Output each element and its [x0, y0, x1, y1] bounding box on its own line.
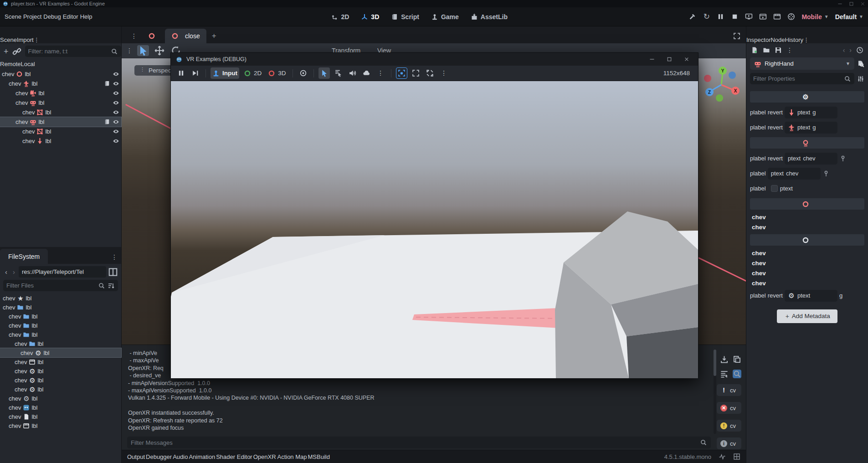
checkbox[interactable] — [771, 185, 778, 192]
tree-expander[interactable]: chev — [22, 138, 35, 144]
tree-expander[interactable]: chev — [3, 295, 15, 302]
window-menu-button[interactable]: ⋮ — [438, 67, 450, 79]
file-tree-row-export-presets-cfg[interactable]: chev⚙lbl — [0, 394, 121, 403]
file-tree-row-player-tscn[interactable]: chevlbl — [0, 357, 121, 366]
Editor[interactable]: Editor — [63, 13, 78, 20]
instance-scene-button[interactable] — [12, 46, 22, 57]
counter-warning[interactable]: !cv — [717, 420, 741, 432]
keep-aspect-button[interactable] — [410, 67, 421, 79]
file-tree-row-android[interactable]: chevlbl — [0, 321, 121, 330]
next-frame-button[interactable] — [190, 67, 201, 79]
reel-icon[interactable] — [787, 13, 795, 21]
tab-import[interactable]: Import — [17, 36, 34, 43]
close-icon[interactable] — [860, 1, 865, 6]
minimize-icon[interactable] — [837, 1, 842, 6]
group-auto-translate[interactable]: chev — [750, 268, 864, 278]
select-mode-button[interactable] — [318, 67, 330, 79]
group-physics-interpolation[interactable]: chev — [750, 258, 864, 268]
mode-script-button[interactable]: Script — [387, 11, 423, 22]
file-tree-row-teleportarea-cs[interactable]: chev⚙lbl — [0, 348, 121, 357]
group-visibility[interactable]: chev — [750, 222, 864, 232]
new-resource-button[interactable] — [751, 46, 758, 54]
build-icon[interactable] — [688, 13, 696, 21]
tree-expander[interactable]: chev — [3, 304, 15, 311]
performance-icon[interactable] — [719, 453, 726, 460]
copy-log-button[interactable] — [733, 355, 741, 364]
tab-inspector[interactable]: Inspector — [746, 36, 770, 43]
Project[interactable]: Project — [23, 13, 41, 20]
group-process[interactable]: chev — [750, 248, 864, 258]
run-instances-dropdown[interactable]: Default▼ — [835, 13, 863, 21]
tree-expander[interactable]: chev — [15, 368, 27, 375]
file-tree-row-openxr-action-map-tres[interactable]: chevlbl — [0, 412, 121, 421]
scene-tree-row-meshinstance3d[interactable]: chevlbl — [0, 127, 121, 136]
clapper-icon[interactable] — [773, 13, 781, 21]
save-log-button[interactable] — [720, 355, 729, 364]
load-resource-button[interactable] — [763, 46, 770, 54]
scene-tree-row-lefthand[interactable]: chevXRlbl — [0, 98, 121, 108]
property-filter-input[interactable] — [753, 75, 842, 82]
tab-history[interactable]: History — [785, 36, 803, 43]
counter-error[interactable]: ✕cv — [717, 402, 741, 414]
new-scene-tab-button[interactable]: + — [206, 29, 222, 43]
scene-filter-input[interactable] — [28, 48, 108, 55]
collapse-duplicates-button[interactable] — [720, 370, 729, 378]
reload-icon[interactable]: ↻ — [703, 13, 710, 21]
tree-expander[interactable]: chev — [15, 99, 28, 106]
close-tab-icon[interactable]: close — [185, 32, 200, 40]
visibility-toggle[interactable] — [113, 128, 119, 135]
tree-expander[interactable]: chev — [22, 128, 35, 135]
counter-info[interactable]: icv — [717, 437, 741, 449]
file-tree-row-icon-svg[interactable]: chevlbl — [0, 403, 121, 412]
view-gizmo[interactable]: Y X Z — [701, 64, 742, 105]
bottom-tab-msbuild[interactable]: MSBuild — [308, 453, 330, 460]
select-list-button[interactable] — [333, 67, 344, 79]
resource-menu-button[interactable]: ⋮ — [786, 47, 793, 53]
property-tools-icon[interactable] — [857, 75, 864, 82]
bottom-tab-animation[interactable]: Animation — [189, 453, 215, 460]
tab-node[interactable]: Node — [770, 36, 785, 43]
tree-expander[interactable]: chev — [9, 322, 21, 329]
mode-3d-button[interactable]: 3D — [357, 11, 383, 22]
visibility-toggle[interactable] — [113, 99, 119, 106]
mode-2d-button[interactable]: 2D — [327, 11, 353, 22]
3d-mode-button[interactable]: 3D — [266, 67, 288, 79]
property-value[interactable]: ptextg — [785, 107, 837, 118]
file-tree-row-player[interactable]: chevlbl — [0, 330, 121, 339]
toggle-remote[interactable]: Remote — [0, 61, 21, 67]
tree-expander[interactable]: chev — [9, 413, 21, 420]
2d-mode-button[interactable]: 2D — [242, 67, 263, 79]
path-input[interactable] — [22, 268, 103, 275]
debug-options-button[interactable] — [361, 67, 372, 79]
tree-expander[interactable]: chev — [15, 359, 27, 365]
back-button[interactable]: ‹ — [3, 268, 9, 276]
tree-expander[interactable]: chev — [9, 313, 21, 320]
tree-expander[interactable]: chev — [15, 90, 28, 97]
Debug[interactable]: Debug — [43, 13, 61, 20]
fullscreen-button[interactable] — [424, 67, 436, 79]
tab-scene[interactable]: Scene — [0, 36, 17, 43]
property-value[interactable]: ⚙ptext — [785, 290, 837, 302]
pause-icon[interactable] — [717, 13, 724, 21]
file-tree-row-addons[interactable]: chevlbl — [0, 312, 121, 321]
Scene[interactable]: Scene — [5, 13, 21, 20]
bottom-tab-audio[interactable]: Audio — [173, 453, 188, 460]
tree-expander[interactable]: chev — [9, 80, 21, 87]
property-value[interactable]: ptextchev — [768, 168, 821, 180]
visibility-toggle[interactable] — [113, 71, 119, 77]
node-selector[interactable]: XR RightHand ▼ — [750, 57, 854, 70]
revert-icon[interactable]: revert — [768, 292, 783, 299]
tree-expander[interactable]: chev — [9, 422, 21, 429]
property-value[interactable]: XRptextg — [785, 122, 837, 134]
sort-icon[interactable] — [108, 282, 115, 289]
monitor-play-icon[interactable] — [745, 13, 753, 21]
move-tool-button[interactable] — [154, 45, 165, 56]
embed-game-button[interactable] — [396, 67, 407, 79]
script-badge-icon[interactable] — [104, 118, 111, 125]
history-back-icon[interactable]: ‹ — [843, 47, 845, 53]
tree-expander[interactable]: chev — [22, 109, 35, 116]
tree-expander[interactable]: chev — [21, 350, 33, 356]
add-metadata-button[interactable]: ＋ Add Metadata — [777, 309, 837, 323]
file-tree-row-xrhand-cs[interactable]: chev⚙lbl — [0, 385, 121, 394]
file-tree-row-res-[interactable]: chevlbl — [0, 303, 121, 312]
